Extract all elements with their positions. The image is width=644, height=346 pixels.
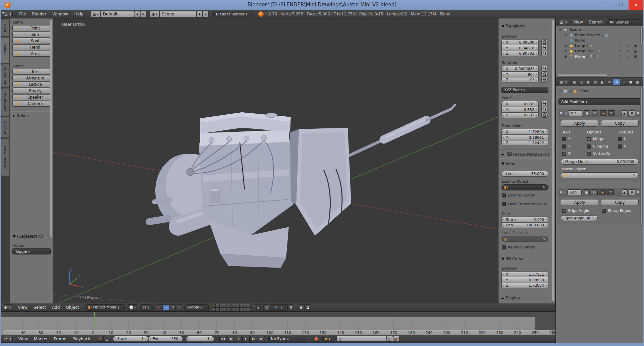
select-restrict-icon[interactable]: ↖	[627, 49, 629, 53]
checkbox[interactable]	[587, 145, 591, 149]
transform-panel-header[interactable]: ▼ Transform	[501, 24, 525, 28]
delete-scene-button[interactable]: ✕	[203, 11, 209, 17]
field-y[interactable]: Y:90°	[501, 71, 539, 77]
outliner-vscrollbar[interactable]	[640, 27, 643, 43]
render-engine-select[interactable]: Blender Render▲▼	[213, 11, 254, 17]
eyedropper-icon[interactable]: ✎	[543, 237, 546, 241]
toolshelf-tab-relations[interactable]: Relations	[1, 64, 9, 88]
outliner-item-renderlayers[interactable]: ⊕▣RenderLayers|▣	[556, 32, 639, 38]
sharp-edges-checkbox[interactable]: ✓	[602, 209, 606, 213]
view-panel-header[interactable]: ▼ View	[501, 161, 515, 166]
modifier-cage-toggle[interactable]: ▽	[608, 110, 614, 116]
layer-button[interactable]	[232, 307, 236, 311]
field-x[interactable]: X:0.00000	[501, 39, 539, 45]
edge-angle-checkbox[interactable]: ✓	[562, 209, 566, 213]
lock-button[interactable]	[541, 107, 547, 112]
manipulator-axes-button[interactable]: ✛	[156, 304, 162, 310]
edge-angle-row[interactable]: ✓Edge Angle	[562, 209, 589, 213]
lock-button[interactable]	[541, 45, 547, 50]
pivot-point-select[interactable]: ◎▲▼	[140, 304, 154, 310]
layer-button[interactable]	[227, 307, 230, 311]
tab-render-layers-tab[interactable]: ▤	[578, 79, 585, 85]
layer-button[interactable]	[239, 304, 243, 307]
screen-layout-icon-button[interactable]: ▦▲▼	[91, 11, 101, 17]
move-modifier-up-button[interactable]: ▲	[621, 189, 628, 195]
checkbox[interactable]	[562, 137, 566, 141]
field-z[interactable]: Z:0.90703	[501, 51, 539, 56]
layer-button[interactable]	[212, 304, 216, 307]
layer-button[interactable]	[219, 307, 223, 311]
cursor3d-panel-header[interactable]: ▼ 3D Cursor	[501, 256, 525, 261]
field-x[interactable]: X:1.57151	[501, 271, 548, 277]
tab-constraints-tab[interactable]: ∞	[606, 79, 613, 85]
checkbox[interactable]: ✓	[587, 152, 591, 156]
current-frame-field[interactable]: 1	[186, 336, 214, 342]
tab-modifiers-tab[interactable]: ⚙	[613, 79, 620, 85]
field-y[interactable]: Y:0.58533	[501, 277, 548, 283]
play-reverse-button[interactable]: ◀	[235, 336, 242, 342]
expander-icon[interactable]: ⊕	[564, 55, 569, 58]
layer-button[interactable]	[243, 304, 247, 307]
modifier-cage-toggle[interactable]: ▽	[607, 189, 614, 195]
layer-button[interactable]	[236, 304, 239, 307]
lock-to-object-field[interactable]: ◧ ✎	[501, 184, 548, 190]
select-menu[interactable]: Select	[31, 305, 49, 310]
move-modifier-down-button[interactable]: ▼	[629, 189, 635, 195]
jump-to-end-button[interactable]: ▶▶|	[258, 336, 265, 342]
tab-object-tab[interactable]: ◧	[599, 79, 606, 85]
modifier-name-field[interactable]: Edg	[568, 189, 582, 195]
render-border-row[interactable]: Render Border	[502, 245, 535, 249]
layer-button[interactable]	[216, 304, 219, 307]
spline-panel-header[interactable]: ► Spline	[13, 113, 29, 118]
expander-icon[interactable]: ⊕	[564, 44, 569, 48]
expand-icon[interactable]: ▼	[560, 191, 562, 194]
toolshelf-tab-grease-pencil[interactable]: Grease Pencil	[1, 138, 9, 176]
delete-modifier-icon[interactable]: ✕	[637, 111, 640, 115]
layer-button[interactable]	[212, 307, 216, 311]
add-layout-button[interactable]: ✚	[134, 11, 140, 17]
lock-button[interactable]	[541, 77, 547, 82]
layer-button[interactable]	[239, 307, 243, 311]
timeline-ruler[interactable]: -40-30-20-100102030405060708090100110120…	[3, 330, 553, 335]
maximize-button[interactable]: ❐	[614, 0, 629, 10]
field-x[interactable]: X:1.32894	[501, 129, 548, 134]
modifier-view-toggle[interactable]: ʘ	[592, 110, 598, 116]
viewport-shading-select[interactable]: ▲▼	[127, 304, 138, 310]
move-modifier-up-button[interactable]: ▲	[621, 110, 628, 116]
layer-button[interactable]	[223, 307, 227, 311]
modifier-render-toggle[interactable]: ▣	[583, 189, 590, 195]
toolshelf-tab-create[interactable]: Create	[1, 37, 9, 63]
tab-data-tab[interactable]: ▽	[620, 79, 627, 85]
properties-scrollbar[interactable]	[640, 88, 643, 226]
timeline-frame-area[interactable]	[1, 317, 555, 330]
render-restrict-icon[interactable]: ▣	[634, 44, 637, 48]
apply-button[interactable]: Apply	[561, 199, 598, 206]
editor-type-properties-button[interactable]: ▥▲▼	[558, 79, 568, 85]
layer-button[interactable]	[227, 304, 230, 307]
outliner-item-world[interactable]: ◍World	[556, 38, 639, 43]
grease-pencil-checkbox[interactable]: ✓	[507, 152, 512, 156]
checkbox-z[interactable]: ✓Z	[562, 152, 571, 156]
add-sun-button[interactable]: ☼Sun	[12, 32, 51, 38]
add-camera-button[interactable]: ▣Camera	[12, 101, 51, 107]
outliner-search-menu[interactable]: Search	[586, 20, 606, 24]
toolshelf-scrollbar[interactable]	[50, 19, 52, 237]
lens-field[interactable]: Lens:35.000	[501, 171, 548, 177]
outliner-item-plane[interactable]: ⊕▽Plane|▽|⚙ʘ↖▣	[556, 54, 639, 59]
layer-button[interactable]	[247, 304, 251, 307]
insert-keyframe-button[interactable]	[387, 336, 393, 342]
eyedropper-icon[interactable]: ✎	[543, 185, 546, 190]
split-angle-field[interactable]: Split Angle: 40°	[561, 215, 598, 221]
tab-texture-tab[interactable]: ▦	[634, 79, 641, 85]
editor-type-3dview-button[interactable]: ◆▲▼	[3, 304, 12, 310]
sharp-edges-row[interactable]: ✓Sharp Edges	[602, 209, 631, 213]
end-frame-field[interactable]: End:250	[148, 336, 183, 342]
outliner-hscrollbar[interactable]	[557, 74, 608, 76]
eyedropper-icon[interactable]: ✎	[633, 173, 636, 178]
delete-modifier-icon[interactable]: ✕	[637, 190, 640, 194]
field-x[interactable]: X:-0.000008°	[501, 66, 539, 71]
clip-field-group[interactable]: Start:0.100 End:1000.000	[501, 217, 548, 228]
toolshelf-tab-tools[interactable]: Tools	[1, 19, 9, 37]
expander-icon[interactable]: ⊕	[564, 33, 569, 37]
copy-button[interactable]: Copy	[601, 199, 639, 206]
